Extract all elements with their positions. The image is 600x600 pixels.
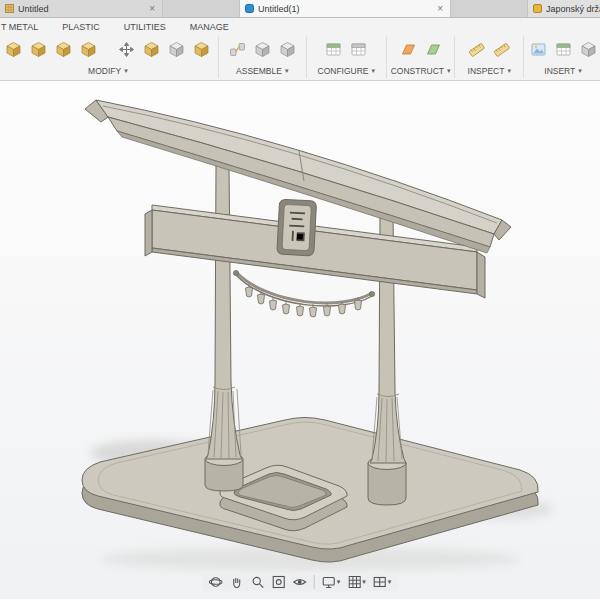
group-assemble: ASSEMBLE ▾	[222, 34, 303, 80]
ribbon-toolbar: T METAL PLASTIC UTILITIES MANAGE MODIFY …	[0, 18, 600, 81]
move-arrows-icon[interactable]	[116, 37, 138, 61]
gray-cube-tool-icon[interactable]	[276, 37, 298, 61]
viewports-icon[interactable]: ▾	[371, 574, 394, 590]
doc-tab-label: Untitled(1)	[258, 4, 300, 14]
group-label-inspect[interactable]: INSPECT ▾	[468, 64, 511, 77]
doc-tab-untitled-1-active[interactable]: Untitled(1) ×	[239, 0, 451, 17]
orbit-icon[interactable]	[207, 574, 225, 590]
table-green-header-icon[interactable]	[552, 37, 574, 61]
group-separator	[218, 36, 219, 78]
doc-tab-label: Untitled	[18, 4, 49, 14]
yellow-doc-icon	[533, 4, 542, 13]
column-left[interactable]	[206, 165, 242, 459]
group-construct: CONSTRUCT ▾	[390, 34, 452, 80]
ribbon-menu-tabs: T METAL PLASTIC UTILITIES MANAGE	[0, 18, 600, 34]
chevron-down-icon: ▾	[372, 67, 376, 75]
doc-tab-japonsky-drzak[interactable]: Japonský držá	[527, 0, 600, 17]
group-label-insert[interactable]: INSERT ▾	[544, 64, 582, 77]
yellow-cube-tool-icon[interactable]	[53, 37, 75, 61]
yellow-cube-tool-icon[interactable]	[78, 37, 100, 61]
navbar-separator	[314, 575, 315, 589]
group-inspect: INSPECT ▾	[458, 34, 520, 80]
center-plaque[interactable]	[277, 199, 317, 256]
group-separator	[523, 36, 524, 78]
group-separator	[306, 36, 307, 78]
group-label-modify[interactable]: MODIFY ▾	[88, 64, 128, 77]
measure-ruler-icon[interactable]	[466, 37, 488, 61]
yellow-cube-tool-icon[interactable]	[191, 37, 213, 61]
group-configure: CONFIGURE ▾	[310, 34, 383, 80]
table-plain-icon[interactable]	[348, 37, 370, 61]
group-separator	[386, 36, 387, 78]
plane-orange-icon[interactable]	[397, 37, 419, 61]
blue-doc-icon	[245, 4, 254, 13]
gray-cube-tool-icon[interactable]	[166, 37, 188, 61]
tabbar-spacer	[163, 0, 239, 17]
chevron-down-icon: ▾	[578, 67, 582, 75]
group-label-construct[interactable]: CONSTRUCT ▾	[391, 64, 451, 77]
picture-canvas-icon[interactable]	[527, 37, 549, 61]
gray-cube-tool-icon[interactable]	[251, 37, 273, 61]
chevron-down-icon: ▾	[362, 578, 366, 586]
table-green-header-icon[interactable]	[323, 37, 345, 61]
ribbon-groups: MODIFY ▾ ASSEMBLE ▾ CONFIGURE	[0, 34, 600, 80]
chevron-down-icon: ▾	[447, 67, 451, 75]
menu-tab-utilities[interactable]: UTILITIES	[124, 22, 166, 32]
torii-model[interactable]	[0, 81, 600, 599]
display-settings-icon[interactable]: ▾	[320, 574, 343, 590]
group-separator	[454, 36, 455, 78]
tan-grid-doc-icon	[5, 4, 14, 13]
chevron-down-icon: ▾	[337, 578, 341, 586]
document-tab-bar: Untitled × Untitled(1) × Japonský držá	[0, 0, 600, 18]
menu-tab-plastic[interactable]: PLASTIC	[62, 22, 100, 32]
chevron-down-icon: ▾	[124, 67, 128, 75]
group-label-configure[interactable]: CONFIGURE ▾	[318, 64, 376, 77]
chevron-down-icon: ▾	[285, 67, 289, 75]
chevron-down-icon: ▾	[507, 67, 511, 75]
group-label-assemble[interactable]: ASSEMBLE ▾	[236, 64, 288, 77]
look-at-eye-icon[interactable]	[291, 574, 309, 590]
tabbar-spacer	[451, 0, 527, 17]
doc-tab-untitled[interactable]: Untitled ×	[0, 0, 163, 17]
group-insert: INSERT ▾	[527, 34, 599, 80]
fit-to-view-icon[interactable]	[270, 574, 288, 590]
close-icon[interactable]: ×	[147, 4, 157, 14]
doc-tab-label: Japonský držá	[546, 4, 600, 14]
measure-ruler-icon[interactable]	[491, 37, 513, 61]
yellow-cube-tool-icon[interactable]	[3, 37, 25, 61]
pan-hand-icon[interactable]	[228, 574, 246, 590]
menu-tab-sheet-metal[interactable]: T METAL	[1, 22, 38, 32]
view-navigation-bar: ▾ ▾ ▾	[203, 573, 398, 591]
gray-cube-tool-icon[interactable]	[577, 37, 599, 61]
viewport-canvas[interactable]: ▾ ▾ ▾	[0, 81, 600, 599]
menu-tab-manage[interactable]: MANAGE	[190, 22, 229, 32]
joint-icon[interactable]	[226, 37, 248, 61]
plane-green-icon[interactable]	[422, 37, 444, 61]
group-modify: MODIFY ▾	[1, 34, 215, 80]
grid-and-snaps-icon[interactable]: ▾	[345, 574, 368, 590]
chevron-down-icon: ▾	[388, 578, 392, 586]
close-icon[interactable]: ×	[435, 4, 445, 14]
yellow-cube-tool-icon[interactable]	[141, 37, 163, 61]
zoom-magnifier-icon[interactable]	[249, 574, 267, 590]
yellow-cube-tool-icon[interactable]	[28, 37, 50, 61]
